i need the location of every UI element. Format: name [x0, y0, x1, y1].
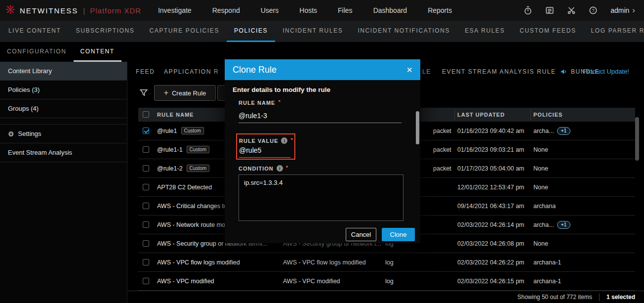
timer-icon[interactable]	[523, 6, 532, 15]
product-update-link[interactable]: Product Update!	[583, 68, 629, 75]
cell-policies: archana-1	[533, 259, 561, 266]
create-rule-button[interactable]: + Create Rule	[154, 85, 216, 101]
rule-value-input[interactable]	[239, 146, 290, 158]
help-icon[interactable]: ?	[589, 6, 598, 15]
row-checkbox[interactable]	[143, 146, 149, 153]
megaphone-icon[interactable]	[560, 68, 568, 78]
table-scrollbar[interactable]	[635, 117, 639, 161]
subnav-incident-rules[interactable]: INCIDENT RULES	[275, 21, 350, 42]
tab-configuration[interactable]: CONFIGURATION	[0, 42, 74, 62]
sidebar-item-content-library[interactable]: Content Library	[0, 62, 127, 81]
chevron-right-icon: ›	[632, 5, 635, 15]
info-icon[interactable]: i	[281, 137, 287, 144]
brand[interactable]: NETWITNESS | Platform XDR	[5, 4, 141, 17]
col-policies[interactable]: POLICIES	[533, 108, 563, 122]
sidebar-item-label: Groups (4)	[8, 105, 39, 112]
cell-last-updated: 02/03/2022 04:26:08 pm	[457, 234, 524, 253]
nav-reports[interactable]: Reports	[428, 6, 452, 14]
col-last-updated[interactable]: LAST UPDATED	[457, 108, 505, 122]
cell-last-updated: 01/16/2023 09:40:42 am	[457, 122, 524, 140]
jobs-panel-icon[interactable]	[545, 6, 554, 15]
cancel-button[interactable]: Cancel	[346, 228, 376, 241]
content-tab-application-rule[interactable]: APPLICATION R	[164, 62, 219, 82]
cell-last-updated: 12/01/2022 12:53:47 pm	[457, 178, 524, 196]
cell-last-updated: 02/03/2022 04:26:14 pm	[457, 216, 524, 234]
row-checkbox[interactable]	[143, 221, 149, 228]
subnav-incident-notifications[interactable]: INCIDENT NOTIFICATIONS	[350, 21, 457, 42]
tools-scissors-icon[interactable]	[567, 6, 576, 15]
table-row[interactable]: AWS - VPC flow logs modified AWS - VPC f…	[138, 253, 635, 272]
cell-last-updated: 01/16/2023 09:03:21 am	[457, 140, 524, 159]
subnav-esa-rules[interactable]: ESA RULES	[457, 21, 512, 42]
row-checkbox[interactable]	[143, 240, 149, 247]
subnav-log-parser[interactable]: LOG PARSER R	[584, 21, 644, 42]
rule-name-input[interactable]	[239, 112, 402, 123]
nav-users[interactable]: Users	[261, 6, 279, 14]
row-checkbox-checked[interactable]	[143, 128, 149, 134]
user-label: admin	[610, 6, 629, 14]
info-icon[interactable]: i	[277, 165, 283, 172]
selected-count: 1 selected	[606, 294, 635, 301]
user-menu[interactable]: admin ›	[610, 5, 635, 15]
cell-policies: archa...	[533, 128, 554, 134]
brand-divider: |	[83, 6, 85, 15]
table-row[interactable]: AWS - VPC modified AWS - VPC modified lo…	[138, 272, 635, 291]
nav-files[interactable]: Files	[338, 6, 353, 14]
content-tab-esa-rule[interactable]: EVENT STREAM ANALYSIS RULE	[442, 62, 556, 82]
filter-icon[interactable]	[139, 88, 148, 99]
sidebar-item-policies[interactable]: Policies (3)	[0, 81, 127, 99]
condition-label: CONDITION i *	[239, 165, 288, 172]
row-checkbox[interactable]	[143, 203, 149, 209]
close-icon[interactable]: ×	[406, 65, 412, 75]
nav-hosts[interactable]: Hosts	[299, 6, 317, 14]
modal-scrollbar[interactable]	[416, 111, 419, 144]
sidebar-item-event-stream-analysis[interactable]: Event Stream Analysis	[0, 143, 127, 162]
subnav-subscriptions[interactable]: SUBSCRIPTIONS	[69, 21, 142, 42]
subnav-live-content[interactable]: LIVE CONTENT	[1, 21, 69, 42]
content-tab-rule-partial[interactable]: LE	[422, 62, 431, 82]
row-checkbox[interactable]	[143, 259, 149, 265]
top-nav-items: Investigate Respond Users Hosts Files Da…	[158, 6, 452, 14]
subnav-custom-feeds[interactable]: CUSTOM FEEDS	[512, 21, 583, 42]
nav-respond[interactable]: Respond	[212, 6, 240, 14]
nav-investigate[interactable]: Investigate	[158, 6, 192, 14]
condition-textarea[interactable]: ip.src=1.3.3.4	[239, 174, 403, 221]
cell-medium: packet	[433, 140, 451, 159]
cell-last-updated: 02/03/2022 04:26:22 pm	[457, 253, 524, 271]
policies-count-badge[interactable]: +1	[557, 221, 570, 229]
col-rule-name[interactable]: RULE NAME	[157, 108, 194, 122]
modal-body: Enter details to modify the rule RULE NA…	[225, 80, 420, 243]
nav-dashboard[interactable]: Dashboard	[373, 6, 407, 14]
row-checkbox[interactable]	[143, 184, 149, 190]
tab-content[interactable]: CONTENT	[74, 42, 121, 62]
create-rule-label: Create Rule	[172, 89, 206, 97]
brand-name: NETWITNESS	[20, 6, 78, 15]
sidebar-item-settings[interactable]: ⚙ Settings	[0, 125, 127, 143]
select-all-checkbox[interactable]	[143, 111, 149, 118]
subnav-capture-policies[interactable]: CAPTURE POLICIES	[142, 21, 227, 42]
showing-count: Showing 50 out of 772 items	[518, 294, 592, 301]
cell-rule-name: @rule1-2	[157, 165, 183, 172]
cell-rule-name: AWS - Critical changes to	[157, 203, 227, 210]
policies-count-badge[interactable]: +1	[557, 127, 570, 135]
sub-nav: LIVE CONTENT SUBSCRIPTIONS CAPTURE POLIC…	[0, 21, 644, 42]
row-checkbox[interactable]	[143, 165, 149, 172]
row-checkbox[interactable]	[143, 278, 149, 284]
sidebar: Content Library Policies (3) Groups (4) …	[0, 62, 127, 303]
sidebar-item-label: Content Library	[8, 67, 52, 75]
rule-value-label-text: RULE VALUE	[239, 138, 278, 144]
cell-policies: archana-1	[533, 278, 561, 285]
clone-button[interactable]: Clone	[382, 228, 415, 241]
cell-last-updated: 02/03/2022 04:26:15 pm	[457, 272, 524, 290]
content-tab-feed[interactable]: FEED	[136, 62, 155, 82]
cell-medium: log	[385, 253, 394, 271]
modal-subtitle: Enter details to modify the rule	[233, 86, 330, 93]
top-nav: NETWITNESS | Platform XDR Investigate Re…	[0, 0, 644, 21]
sidebar-item-groups[interactable]: Groups (4)	[0, 99, 127, 118]
subnav-policies[interactable]: POLICIES	[227, 21, 275, 42]
custom-badge: Custom	[181, 127, 204, 134]
modal-title: Clone Rule	[233, 65, 277, 75]
sidebar-divider	[0, 118, 127, 125]
cell-rule-name: AWS - VPC flow logs modified	[157, 259, 240, 266]
column-divider	[454, 110, 455, 120]
